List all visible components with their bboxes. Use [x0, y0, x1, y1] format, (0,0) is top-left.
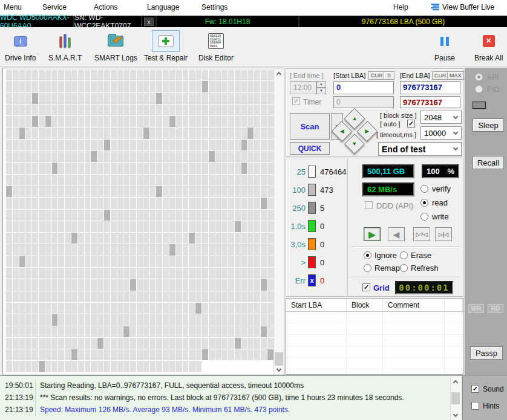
test-repair-button[interactable]: Test & Repair: [144, 30, 188, 62]
pio-radio[interactable]: [475, 85, 483, 93]
end-time-down-button[interactable]: ▼: [316, 88, 326, 94]
map-block: [241, 140, 247, 150]
map-block: [247, 221, 253, 232]
end-time-spinner[interactable]: 12:00 ▲▼: [290, 81, 326, 94]
hints-checkbox[interactable]: [471, 402, 479, 410]
surface-scan-map-panel: [2, 68, 284, 375]
map-block: [137, 314, 143, 325]
grid-checkbox[interactable]: [362, 283, 370, 291]
policy-radio-ignore[interactable]: [364, 251, 371, 259]
ddd-api-checkbox[interactable]: [365, 201, 373, 209]
sleep-button[interactable]: Sleep: [473, 118, 504, 132]
defect-col-header-Comment[interactable]: Comment: [383, 299, 445, 312]
defect-col-header-Start LBA[interactable]: Start LBA: [286, 299, 347, 312]
defect-list-table[interactable]: Start LBABlockComment: [286, 298, 463, 375]
log-scroll-thumb[interactable]: [451, 392, 460, 404]
log-scroll-up-button[interactable]: [451, 376, 460, 386]
menu-item-service[interactable]: Service: [42, 3, 67, 11]
map-block: [39, 163, 45, 173]
wr-button[interactable]: WR: [468, 304, 484, 313]
log-scroll-down-button[interactable]: [451, 410, 460, 420]
map-block: [123, 233, 129, 244]
end-lba-input[interactable]: 976773167: [400, 81, 460, 94]
map-block: [130, 186, 136, 197]
auto-checkbox[interactable]: [407, 120, 415, 128]
quick-button[interactable]: QUICK: [290, 142, 330, 155]
timeout-select[interactable]: 10000: [420, 126, 462, 140]
map-scrollbar[interactable]: [273, 68, 284, 375]
scan-button[interactable]: Scan: [290, 113, 330, 140]
map-block: [123, 268, 129, 279]
map-block: [228, 349, 234, 360]
map-block: [176, 338, 182, 349]
end-lba-max-button[interactable]: MAX: [447, 71, 464, 80]
map-block: [241, 256, 247, 267]
map-block: [169, 93, 175, 104]
menu-item-help[interactable]: Help: [393, 3, 408, 11]
start-lba-zero-button[interactable]: 0: [384, 71, 394, 80]
map-block: [195, 69, 201, 80]
end-time-up-button[interactable]: ▲: [316, 81, 326, 88]
rd-button[interactable]: RD: [488, 304, 503, 313]
map-block: [71, 314, 77, 325]
menu-item-actions[interactable]: Actions: [94, 3, 117, 11]
map-block: [143, 186, 149, 197]
api-radio[interactable]: [475, 73, 483, 81]
menu-item-settings[interactable]: Settings: [201, 3, 227, 11]
latency-row-5: >0: [286, 256, 347, 271]
map-block: [189, 244, 195, 255]
map-block: [163, 221, 169, 232]
map-block: [267, 163, 273, 173]
map-block: [85, 175, 91, 186]
seek-question-button[interactable]: ▷?◁: [413, 227, 430, 241]
start-lba-input[interactable]: 0: [333, 81, 394, 94]
block-size-select[interactable]: 2048: [420, 111, 462, 124]
map-block: [111, 291, 117, 302]
map-block: [150, 326, 156, 337]
defect-col-header-Block[interactable]: Block: [347, 299, 383, 312]
end-action-select[interactable]: End of test: [378, 142, 462, 156]
recall-button[interactable]: Recall: [473, 156, 504, 169]
view-buffer-live-button[interactable]: View Buffer Live: [431, 3, 494, 11]
map-block: [195, 303, 201, 314]
drive-close-button[interactable]: x: [144, 18, 154, 26]
map-block: [215, 198, 221, 208]
end-lba-cur-button[interactable]: CUR: [432, 71, 449, 80]
block-map-grid: [6, 69, 273, 372]
disk-editor-button[interactable]: 0101101100111010000001Disk Editor: [198, 30, 234, 62]
smart-button[interactable]: S.M.A.R.T: [48, 30, 82, 62]
drive-info-button[interactable]: iDrive Info: [5, 30, 36, 62]
break-all-button[interactable]: × Break All: [474, 30, 503, 62]
log-scrollbar[interactable]: [450, 376, 460, 420]
menu-item-language[interactable]: Language: [147, 3, 179, 11]
map-scroll-up-button[interactable]: [274, 68, 284, 78]
map-block: [58, 116, 64, 127]
map-block: [58, 338, 64, 349]
passp-button[interactable]: Passp: [470, 346, 503, 360]
map-scroll-thumb[interactable]: [275, 352, 283, 366]
smart-logs-button[interactable]: SMART Logs: [94, 30, 137, 62]
map-block: [78, 140, 84, 150]
map-block: [143, 279, 149, 290]
seek-end-button[interactable]: ▷|◁: [435, 227, 452, 241]
defect-col-header-extra[interactable]: [445, 299, 463, 312]
mode-radio-write[interactable]: [420, 213, 428, 221]
mode-radio-read[interactable]: [420, 199, 428, 207]
map-block: [209, 268, 215, 279]
policy-radio-refresh[interactable]: [400, 264, 408, 272]
map-block: [6, 140, 12, 150]
map-block: [78, 233, 84, 244]
policy-radio-remap[interactable]: [364, 264, 371, 272]
play-button[interactable]: ▶: [364, 227, 381, 241]
map-block: [143, 210, 149, 221]
policy-radio-erase[interactable]: [400, 251, 408, 259]
pause-button[interactable]: Pause: [431, 30, 459, 62]
mode-radio-verify[interactable]: [420, 185, 428, 193]
back-button[interactable]: ◀: [388, 227, 405, 241]
menu-item-menu[interactable]: Menu: [4, 3, 22, 11]
sound-checkbox[interactable]: [471, 385, 479, 393]
map-scroll-down-button[interactable]: [274, 365, 284, 375]
map-block: [221, 221, 227, 232]
timer-checkbox[interactable]: [292, 97, 300, 105]
start-lba-cur-button[interactable]: CUR: [368, 71, 385, 80]
